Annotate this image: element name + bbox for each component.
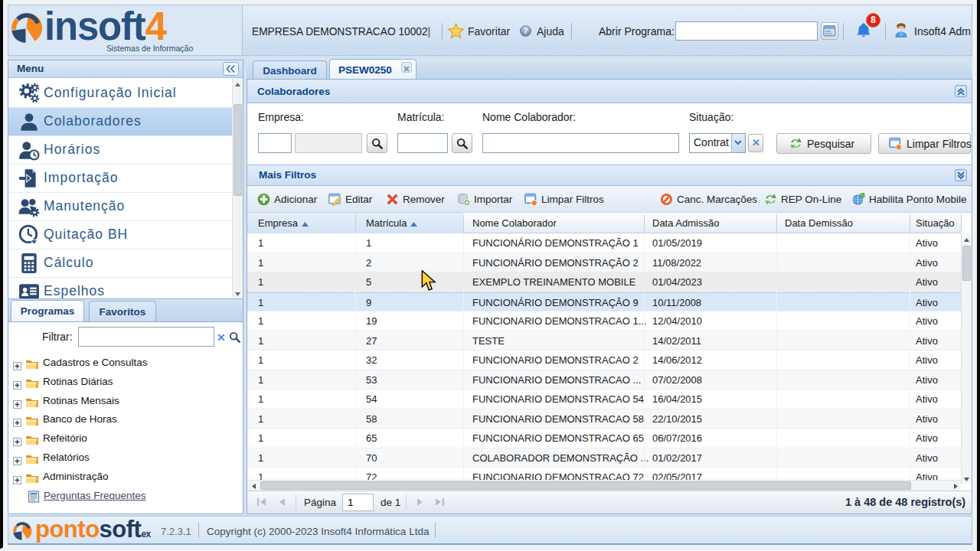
svg-text:?: ? bbox=[523, 27, 528, 35]
